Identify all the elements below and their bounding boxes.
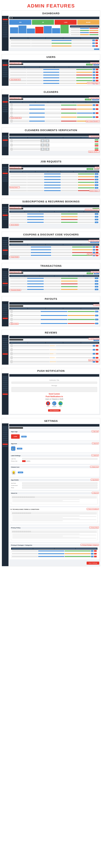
annotation-add-coupon: ↙ Add New Coupon	[89, 240, 100, 242]
job-requests-title: JOB REQUESTS	[2, 159, 100, 164]
annotation-privacy: ↙ Privacy Policy	[89, 527, 99, 528]
subscriptions-section: SUBSCRIPTIONS & RECURRING BOOKINGS Expor…	[2, 198, 100, 228]
annotation-terms: ↙ Terms & Conditions	[87, 508, 99, 510]
users-section: USERS Export CSV Add User	[2, 54, 100, 86]
annotation-job-export: Export Data as CSV ↗	[9, 167, 21, 169]
annotation-custom: ↙ Custom	[93, 304, 100, 306]
annotation-coupon-details: ↑ Coupon Details	[9, 256, 19, 258]
notif-user-icon: 👤	[46, 401, 50, 405]
annotation-service-details: ↑ Service Details	[9, 224, 19, 226]
annotation-app-logo: ↙ App Logo	[92, 430, 99, 432]
subscriptions-title: SUBSCRIPTIONS & RECURRING BOOKINGS	[2, 199, 100, 204]
settings-save-button[interactable]: Save Settings	[87, 562, 99, 565]
cleaners-screenshot: Export CSV Add Cleaner	[2, 94, 100, 124]
annotation-edit-delete-reviews: Edit / Edit / Delete ↙	[88, 359, 100, 361]
notif-cleaner-label: Cleaners	[52, 406, 56, 407]
subscriptions-screenshot: Export CSV View	[2, 204, 100, 228]
annotation-booking-name: Booking Name Overview ↙	[85, 209, 100, 211]
notif-push-to: Push Notifications to	[11, 396, 97, 398]
send-notification-button[interactable]: Send Notification	[48, 409, 61, 411]
stat-users: 254	[19, 22, 21, 23]
coupons-screenshot: Add New Coupon ED	[2, 237, 100, 259]
coupons-title: COUPONS & DISCOUNT CODE VOUCHERS	[2, 232, 100, 237]
payouts-title: PAYOUTS	[2, 296, 100, 301]
annotation-trans-export: Export Data as CSV ↗	[9, 271, 21, 273]
page-main-title: ADMIN FEATURES	[0, 0, 102, 10]
annotation-pricing: ↙ Pricing & Packages / Categories	[81, 544, 99, 546]
annotation-app-details: ↙ App Details	[91, 479, 99, 480]
dashboard-content: 254 48 1,204 $8,450	[8, 16, 100, 51]
settings-screenshot: App Logo LOGO Upload ↙ App Logo App Icon…	[2, 424, 100, 566]
transactions-screenshot: Export CSV Export ↓ View	[2, 268, 100, 292]
stat-bookings: 1,204	[64, 22, 67, 23]
cleaners-docs-title: CLEANERS DOCUMENTS VERIFICATION	[2, 127, 100, 133]
annotation-cleaner-icon: ↙ Cleaner Icon	[90, 466, 99, 468]
annotation-add-reviews: ↙ Add New reviews	[89, 338, 100, 340]
annotation-details-status: Details & Status ↙	[89, 190, 100, 192]
annotation-app-icon: ↙ App Icon	[92, 442, 99, 444]
annotation-view-docs: ↙ View Documents	[89, 135, 100, 137]
notif-send-custom: Send Custom	[11, 393, 97, 395]
annotation-edit-delete-cleaners: Edit or Delete Cleaners ↙	[86, 120, 100, 122]
cleaners-docs-screenshot: 📄 📄 Approve Decline 📄 📄	[2, 133, 100, 155]
annotation-edit-delete-users: Edit or Delete Users ↙	[87, 82, 100, 84]
users-title: USERS	[2, 54, 100, 59]
annotation-user-details: ↑ Users Details Here	[9, 79, 21, 81]
stat-cleaners: 48	[42, 22, 44, 23]
cleaners-title: CLEANERS	[2, 89, 100, 94]
upload-cleaner-icon-button[interactable]: Upload	[18, 471, 23, 473]
upload-icon-button[interactable]: Upload	[17, 448, 22, 450]
annotation-sub-export: Export Data as CSV ↗	[9, 207, 21, 209]
notif-options-label: Users or Cleaners or Both	[11, 398, 97, 400]
dashboard-section: DASHBOARD	[2, 10, 100, 51]
annotation-cleaners-export: Export Data as CSV ↗	[9, 97, 21, 99]
annotation-job-filter: ↙ Filter	[95, 167, 100, 169]
upload-logo-button[interactable]: Upload	[21, 436, 27, 437]
annotation-cleaner-details: ↑ Cleaner Details Here	[9, 117, 21, 119]
reviews-title: REVIEWS	[2, 330, 100, 335]
payouts-screenshot: Pay Pay Pay	[2, 301, 100, 327]
settings-title: SETTINGS	[2, 418, 100, 424]
transactions-title: TRANSACTIONS	[2, 263, 100, 268]
push-notification-title: PUSH NOTIFICATION	[2, 368, 100, 373]
push-notification-section: PUSH NOTIFICATION Notification Title	[2, 368, 100, 415]
notif-both-label: Both	[59, 406, 61, 407]
reviews-screenshot: Add New ★★★★☆ ED	[2, 335, 100, 365]
dashboard-title: DASHBOARD	[2, 10, 100, 16]
annotation-about-us: ↙ About Us	[92, 492, 99, 494]
reviews-section: REVIEWS Add New	[2, 330, 100, 365]
annotation-edit-delete-coupon: Edit / Delete Coupon ↙	[87, 253, 100, 255]
notif-both-icon: 👥	[58, 401, 63, 405]
annotation-add-cleaner: ↙ Add new Cleaner	[89, 97, 100, 99]
dashboard-screenshot: 254 48 1,204 $8,450	[2, 16, 100, 51]
stat-revenue: $8,450	[86, 22, 90, 23]
coupons-section: COUPONS & DISCOUNT CODE VOUCHERS Add New…	[2, 231, 100, 260]
job-requests-screenshot: Export CSV Filter ▼ Vie	[2, 164, 100, 195]
annotation-add-user: ↙ Add New User	[90, 62, 100, 64]
cleaners-docs-section: CLEANERS DOCUMENTS VERIFICATION	[2, 127, 100, 155]
notif-cleaner-icon: 🧹	[52, 401, 56, 405]
annotation-label-text: ↙ Label text	[92, 454, 99, 456]
annotation-payout-details: ↑ Payout Details	[9, 323, 19, 324]
transactions-section: TRANSACTIONS Export CSV Ex	[2, 263, 100, 293]
users-screenshot: Export CSV Add User ED	[2, 59, 100, 86]
job-requests-section: JOB REQUESTS Export CSV Fi	[2, 159, 100, 195]
annotation-trans-details: ↑ Transaction Details	[9, 289, 21, 291]
push-notification-screenshot: Notification Title Message Send Custom P…	[2, 373, 100, 415]
payouts-section: PAYOUTS	[2, 296, 100, 327]
sidebar-mock	[2, 16, 8, 51]
annotation-approve-decline: Approve / Decline ↙	[88, 151, 100, 153]
annotation-export-csv: Export Data as CSV ↗	[9, 62, 21, 64]
annotation-view-export: ↙ View / Export	[91, 271, 100, 273]
cleaners-section: CLEANERS Export CSV Add Cl	[2, 89, 100, 124]
notif-user-label: Users	[47, 406, 49, 407]
annotation-booking-details: Booking Details ↗	[9, 186, 20, 188]
settings-section: SETTINGS App Log	[2, 418, 100, 566]
